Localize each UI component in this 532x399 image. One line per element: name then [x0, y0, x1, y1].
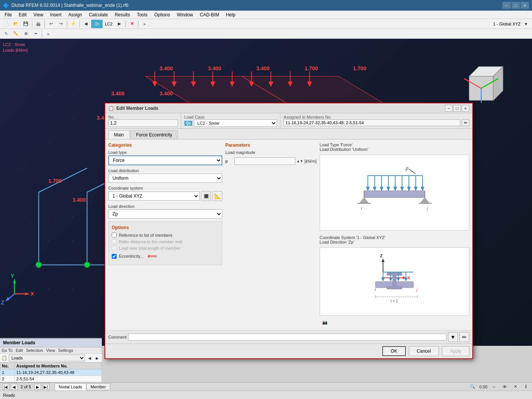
svg-point-10 — [48, 167, 49, 169]
edit-btn[interactable]: Edit — [16, 348, 23, 353]
load-dir-select[interactable]: Zp Xp Yp Z X Y — [108, 209, 222, 218]
comment-input[interactable] — [128, 334, 446, 340]
toolbar-2: ↖ ✏️ ⊕ ━ » — [0, 29, 532, 39]
lc-select[interactable]: LC2 - Snow — [194, 119, 277, 127]
tb-lc-next[interactable]: ▶ — [115, 20, 124, 28]
view-btn[interactable]: View — [46, 348, 55, 353]
tab-force-eccentricity[interactable]: Force Eccentricity — [130, 130, 178, 139]
tb2-pencil[interactable]: ✏️ — [11, 30, 21, 38]
tb2-member[interactable]: ━ — [31, 30, 40, 38]
menu-results[interactable]: Results — [112, 11, 133, 18]
load-dist-label: Load distribution — [108, 168, 222, 173]
tb-lc-badge[interactable]: Qs — [91, 20, 103, 28]
menu-window[interactable]: Window — [174, 11, 196, 18]
no-input[interactable] — [108, 119, 178, 127]
coord-btn2[interactable]: 📐 — [212, 191, 222, 201]
nav-first[interactable]: |◀ — [2, 384, 9, 390]
eccentricity-checkbox[interactable] — [112, 254, 117, 259]
btm-move[interactable]: ↔ — [489, 383, 499, 391]
menu-calculate[interactable]: Calculate — [86, 11, 111, 18]
comment-edit[interactable]: ✏ — [459, 332, 469, 342]
diag-desc2: Coordinate System '1 - Global XYZ' Load … — [320, 235, 469, 244]
assigned-edit-btn[interactable]: ✏ — [462, 119, 469, 126]
btm-search[interactable]: 🔍 — [468, 383, 477, 391]
param-p-input[interactable] — [234, 157, 295, 165]
tb-calc[interactable]: ⚡ — [69, 20, 78, 28]
svg-marker-103 — [414, 187, 417, 191]
nav-last[interactable]: ▶| — [43, 384, 49, 390]
reference-checkbox[interactable] — [112, 233, 117, 238]
svg-text:X: X — [407, 276, 410, 280]
dialog-close[interactable]: × — [462, 105, 469, 112]
apply-button[interactable]: Apply — [442, 346, 469, 356]
svg-marker-127 — [382, 278, 385, 281]
diagram-screenshot[interactable]: 📷 — [320, 317, 330, 327]
load-total-checkbox[interactable] — [112, 245, 117, 250]
svg-marker-120 — [382, 259, 385, 262]
tb-red-x[interactable]: ✕ — [127, 20, 136, 28]
menu-tools[interactable]: Tools — [134, 11, 150, 18]
load-type-select[interactable]: Force Moment Temperature — [108, 155, 222, 165]
refer-distance-checkbox[interactable] — [112, 239, 117, 244]
menu-cad-bim[interactable]: CAD-BIM — [197, 11, 222, 18]
btm-del[interactable]: ✕ — [511, 383, 520, 391]
coord-btn1[interactable]: 🔳 — [201, 191, 211, 201]
svg-point-4 — [48, 119, 49, 120]
btm-eye[interactable]: 👁 — [500, 383, 509, 391]
comment-dropdown[interactable]: ▼ — [448, 332, 458, 342]
tb-open[interactable]: 📂 — [11, 20, 21, 28]
table-row[interactable]: 1 11-16,19-24,27-32,35-40,43-48 — [0, 369, 102, 376]
btm-info[interactable]: ℹ — [521, 383, 530, 391]
ok-button[interactable]: OK — [382, 346, 405, 356]
options-section: Options Reference to list of members Ref… — [108, 222, 222, 265]
tb-undo[interactable]: ↩ — [46, 20, 55, 28]
tb2-more[interactable]: » — [44, 30, 53, 38]
loads-prev[interactable]: ◀ — [87, 355, 93, 361]
svg-point-68 — [36, 262, 41, 268]
selection-btn[interactable]: Selection — [26, 348, 43, 353]
tb-new[interactable]: 📄 — [2, 20, 11, 28]
coord-select[interactable]: 1 - Global XYZ Local — [108, 192, 200, 201]
menu-insert[interactable]: Insert — [47, 11, 65, 18]
diagram-box-2: X Z — [320, 247, 469, 316]
row1-no: 1 — [0, 369, 15, 376]
svg-marker-97 — [394, 187, 397, 191]
tb-save[interactable]: 💾 — [21, 20, 30, 28]
tb-lc-prev[interactable]: ◀ — [81, 20, 90, 28]
loads-select[interactable]: Loads — [9, 355, 85, 361]
tab-main[interactable]: Main — [108, 130, 130, 139]
close-button[interactable]: × — [521, 2, 529, 9]
tab-member[interactable]: Member — [86, 383, 110, 390]
tb-more-right[interactable]: » — [140, 20, 149, 28]
tab-nodal-loads[interactable]: Nodal Loads — [55, 383, 87, 390]
tb2-node[interactable]: ⊕ — [21, 30, 30, 38]
tb-print[interactable]: 🖨️ — [34, 20, 43, 28]
param-p-spin[interactable]: ▲▼ — [297, 157, 303, 165]
nav-next[interactable]: ▶ — [34, 384, 41, 390]
nav-prev[interactable]: ◀ — [11, 384, 17, 390]
load-type-group: Load type Force Moment Temperature — [108, 150, 222, 165]
cancel-button[interactable]: Cancel — [409, 346, 439, 356]
menu-assign[interactable]: Assign — [65, 11, 85, 18]
tb-redo[interactable]: ↪ — [56, 20, 65, 28]
minimize-button[interactable]: − — [502, 2, 511, 9]
load-dist-select[interactable]: Uniform Trapezoidal Triangular — [108, 174, 222, 183]
menu-file[interactable]: File — [2, 11, 15, 18]
menu-edit[interactable]: Edit — [16, 11, 30, 18]
btm-coords[interactable]: 0.00 — [479, 383, 488, 391]
table-row[interactable]: 2 2-5,51-54 — [0, 376, 102, 382]
tb-coord-dropdown[interactable]: ▼ — [521, 20, 530, 28]
menu-help[interactable]: Help — [223, 11, 239, 18]
goto-btn[interactable]: Go To — [2, 348, 13, 353]
menu-view[interactable]: View — [30, 11, 46, 18]
svg-point-14 — [72, 192, 73, 193]
tb2-select[interactable]: ↖ — [2, 30, 11, 38]
dialog-maximize[interactable]: □ — [453, 105, 461, 112]
svg-marker-129 — [389, 278, 392, 281]
settings-btn[interactable]: Settings — [58, 348, 73, 353]
loads-next[interactable]: ▶ — [94, 355, 100, 361]
menu-options[interactable]: Options — [151, 11, 173, 18]
maximize-button[interactable]: □ — [511, 2, 520, 9]
assigned-input[interactable] — [283, 119, 460, 126]
dialog-minimize[interactable]: − — [445, 105, 453, 112]
